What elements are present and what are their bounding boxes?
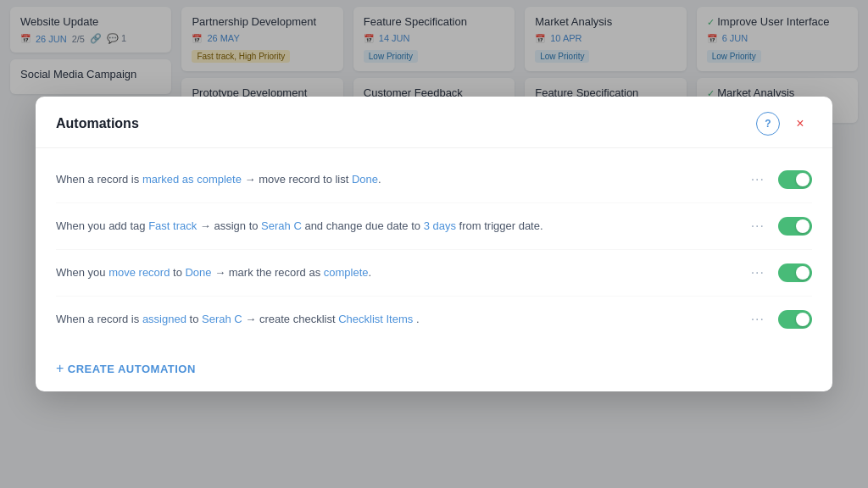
- move-record-link[interactable]: move record: [108, 266, 170, 279]
- toggle-slider-3: [778, 263, 812, 282]
- complete-link[interactable]: complete: [324, 266, 369, 279]
- modal-overlay[interactable]: Automations ? × When a record is marked …: [0, 0, 868, 488]
- modal-header: Automations ? ×: [36, 97, 832, 148]
- automation-text-3: When you move record to Done → mark the …: [56, 264, 734, 281]
- automation-row-1: When a record is marked as complete → mo…: [56, 157, 812, 203]
- automation-text-1: When a record is marked as complete → mo…: [56, 171, 734, 188]
- fast-track-link[interactable]: Fast track: [148, 219, 197, 232]
- modal-body: When a record is marked as complete → mo…: [36, 148, 832, 351]
- more-options-button-4[interactable]: ···: [748, 310, 768, 329]
- serah-c-link-2[interactable]: Serah C: [202, 313, 242, 325]
- days-link[interactable]: 3 days: [424, 219, 456, 232]
- automation-row-2: When you add tag Fast track → assign to …: [56, 203, 812, 250]
- automation-text-2: When you add tag Fast track → assign to …: [56, 218, 734, 235]
- automation-row-1-actions: ···: [748, 170, 812, 189]
- plus-icon: +: [56, 361, 64, 376]
- toggle-slider-2: [778, 217, 812, 236]
- done-link-1[interactable]: Done: [352, 173, 378, 186]
- toggle-slider-4: [778, 310, 812, 329]
- assigned-link[interactable]: assigned: [142, 313, 186, 325]
- serah-c-link-1[interactable]: Serah C: [261, 219, 302, 232]
- create-automation-label: CREATE AUTOMATION: [68, 363, 196, 375]
- toggle-3[interactable]: [778, 263, 812, 282]
- toggle-slider-1: [778, 170, 812, 189]
- toggle-4[interactable]: [778, 310, 812, 329]
- toggle-1[interactable]: [778, 170, 812, 189]
- automation-row-2-actions: ···: [748, 217, 812, 236]
- help-button[interactable]: ?: [756, 112, 780, 136]
- modal-header-actions: ? ×: [756, 112, 812, 136]
- more-options-button-2[interactable]: ···: [748, 217, 768, 236]
- done-link-2[interactable]: Done: [185, 266, 211, 279]
- automations-modal: Automations ? × When a record is marked …: [36, 97, 832, 391]
- checklist-items-link[interactable]: Checklist Items: [338, 313, 413, 325]
- create-automation-button[interactable]: + CREATE AUTOMATION: [56, 361, 196, 376]
- automation-row-4-actions: ···: [748, 310, 812, 329]
- more-options-button-3[interactable]: ···: [748, 263, 768, 282]
- close-button[interactable]: ×: [788, 112, 812, 136]
- modal-footer: + CREATE AUTOMATION: [36, 351, 832, 391]
- marked-as-complete-link[interactable]: marked as complete: [142, 173, 242, 186]
- automation-row-3: When you move record to Done → mark the …: [56, 250, 812, 297]
- modal-title: Automations: [56, 116, 139, 131]
- automation-text-4: When a record is assigned to Serah C → c…: [56, 311, 734, 328]
- automation-row-3-actions: ···: [748, 263, 812, 282]
- toggle-2[interactable]: [778, 217, 812, 236]
- more-options-button-1[interactable]: ···: [748, 170, 768, 189]
- automation-row-4: When a record is assigned to Serah C → c…: [56, 297, 812, 342]
